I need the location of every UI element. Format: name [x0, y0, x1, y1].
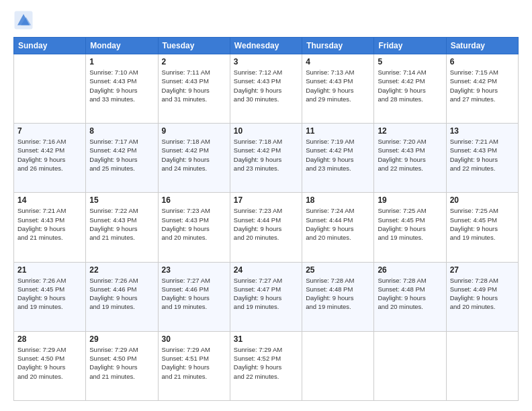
day-number: 25	[306, 265, 370, 275]
calendar-cell: 9Sunrise: 7:18 AM Sunset: 4:42 PM Daylig…	[158, 124, 230, 193]
calendar-cell: 27Sunrise: 7:28 AM Sunset: 4:49 PM Dayli…	[446, 262, 518, 331]
day-number: 3	[234, 57, 298, 66]
calendar-week-2: 14Sunrise: 7:21 AM Sunset: 4:43 PM Dayli…	[14, 193, 519, 262]
calendar-cell: 15Sunrise: 7:22 AM Sunset: 4:43 PM Dayli…	[86, 193, 158, 262]
calendar-cell: 21Sunrise: 7:26 AM Sunset: 4:45 PM Dayli…	[14, 262, 86, 331]
day-number: 11	[306, 126, 370, 136]
calendar-cell	[14, 54, 86, 124]
calendar-weekday-thursday: Thursday	[302, 38, 374, 54]
day-number: 13	[450, 126, 515, 136]
day-number: 1	[89, 57, 154, 66]
calendar-cell: 8Sunrise: 7:17 AM Sunset: 4:42 PM Daylig…	[86, 124, 158, 193]
day-info: Sunrise: 7:21 AM Sunset: 4:43 PM Dayligh…	[17, 206, 82, 242]
day-number: 2	[162, 57, 226, 66]
day-number: 8	[89, 126, 154, 136]
day-number: 31	[234, 334, 298, 344]
day-number: 4	[306, 57, 370, 66]
day-info: Sunrise: 7:25 AM Sunset: 4:45 PM Dayligh…	[378, 206, 442, 242]
calendar-cell: 7Sunrise: 7:16 AM Sunset: 4:42 PM Daylig…	[14, 124, 86, 193]
calendar-cell	[374, 331, 446, 400]
day-number: 27	[450, 265, 515, 275]
calendar: SundayMondayTuesdayWednesdayThursdayFrid…	[13, 37, 519, 401]
calendar-weekday-monday: Monday	[86, 38, 158, 54]
calendar-header-row: SundayMondayTuesdayWednesdayThursdayFrid…	[14, 38, 519, 54]
calendar-cell: 10Sunrise: 7:18 AM Sunset: 4:42 PM Dayli…	[230, 124, 302, 193]
calendar-weekday-saturday: Saturday	[446, 38, 518, 54]
calendar-cell	[446, 331, 518, 400]
calendar-cell: 16Sunrise: 7:23 AM Sunset: 4:43 PM Dayli…	[158, 193, 230, 262]
day-number: 26	[378, 265, 442, 275]
day-number: 5	[378, 57, 442, 66]
calendar-weekday-friday: Friday	[374, 38, 446, 54]
logo-icon	[13, 10, 34, 30]
day-number: 22	[89, 265, 154, 275]
day-number: 18	[306, 195, 370, 205]
day-info: Sunrise: 7:12 AM Sunset: 4:43 PM Dayligh…	[234, 68, 298, 103]
day-number: 21	[17, 265, 82, 275]
day-info: Sunrise: 7:25 AM Sunset: 4:45 PM Dayligh…	[450, 206, 515, 242]
calendar-cell: 14Sunrise: 7:21 AM Sunset: 4:43 PM Dayli…	[14, 193, 86, 262]
calendar-cell: 31Sunrise: 7:29 AM Sunset: 4:52 PM Dayli…	[230, 331, 302, 400]
calendar-week-3: 21Sunrise: 7:26 AM Sunset: 4:45 PM Dayli…	[14, 262, 519, 331]
calendar-week-1: 7Sunrise: 7:16 AM Sunset: 4:42 PM Daylig…	[14, 124, 519, 193]
calendar-cell: 26Sunrise: 7:28 AM Sunset: 4:48 PM Dayli…	[374, 262, 446, 331]
day-number: 24	[234, 265, 298, 275]
day-number: 15	[89, 195, 154, 205]
day-info: Sunrise: 7:10 AM Sunset: 4:43 PM Dayligh…	[89, 68, 154, 103]
calendar-cell	[302, 331, 374, 400]
calendar-cell: 30Sunrise: 7:29 AM Sunset: 4:51 PM Dayli…	[158, 331, 230, 400]
day-info: Sunrise: 7:28 AM Sunset: 4:48 PM Dayligh…	[378, 276, 442, 312]
day-number: 29	[89, 334, 154, 344]
calendar-cell: 12Sunrise: 7:20 AM Sunset: 4:43 PM Dayli…	[374, 124, 446, 193]
calendar-cell: 5Sunrise: 7:14 AM Sunset: 4:42 PM Daylig…	[374, 54, 446, 124]
calendar-week-0: 1Sunrise: 7:10 AM Sunset: 4:43 PM Daylig…	[14, 54, 519, 124]
day-info: Sunrise: 7:29 AM Sunset: 4:52 PM Dayligh…	[234, 345, 298, 381]
calendar-cell: 4Sunrise: 7:13 AM Sunset: 4:43 PM Daylig…	[302, 54, 374, 124]
calendar-cell: 11Sunrise: 7:19 AM Sunset: 4:42 PM Dayli…	[302, 124, 374, 193]
day-info: Sunrise: 7:21 AM Sunset: 4:43 PM Dayligh…	[450, 137, 515, 173]
day-info: Sunrise: 7:28 AM Sunset: 4:49 PM Dayligh…	[450, 276, 515, 312]
day-info: Sunrise: 7:29 AM Sunset: 4:51 PM Dayligh…	[162, 345, 226, 381]
day-info: Sunrise: 7:27 AM Sunset: 4:46 PM Dayligh…	[162, 276, 226, 312]
day-info: Sunrise: 7:26 AM Sunset: 4:45 PM Dayligh…	[17, 276, 82, 312]
day-number: 10	[234, 126, 298, 136]
day-number: 14	[17, 195, 82, 205]
day-info: Sunrise: 7:16 AM Sunset: 4:42 PM Dayligh…	[17, 137, 82, 173]
calendar-cell: 18Sunrise: 7:24 AM Sunset: 4:44 PM Dayli…	[302, 193, 374, 262]
calendar-cell: 29Sunrise: 7:29 AM Sunset: 4:50 PM Dayli…	[86, 331, 158, 400]
day-number: 16	[162, 195, 226, 205]
day-info: Sunrise: 7:20 AM Sunset: 4:43 PM Dayligh…	[378, 137, 442, 173]
calendar-cell: 20Sunrise: 7:25 AM Sunset: 4:45 PM Dayli…	[446, 193, 518, 262]
calendar-cell: 1Sunrise: 7:10 AM Sunset: 4:43 PM Daylig…	[86, 54, 158, 124]
header	[13, 10, 519, 30]
day-info: Sunrise: 7:18 AM Sunset: 4:42 PM Dayligh…	[234, 137, 298, 173]
day-info: Sunrise: 7:15 AM Sunset: 4:42 PM Dayligh…	[450, 68, 515, 103]
calendar-cell: 6Sunrise: 7:15 AM Sunset: 4:42 PM Daylig…	[446, 54, 518, 124]
calendar-week-4: 28Sunrise: 7:29 AM Sunset: 4:50 PM Dayli…	[14, 331, 519, 400]
day-number: 6	[450, 57, 515, 66]
day-info: Sunrise: 7:28 AM Sunset: 4:48 PM Dayligh…	[306, 276, 370, 312]
day-info: Sunrise: 7:13 AM Sunset: 4:43 PM Dayligh…	[306, 68, 370, 103]
calendar-cell: 19Sunrise: 7:25 AM Sunset: 4:45 PM Dayli…	[374, 193, 446, 262]
day-info: Sunrise: 7:24 AM Sunset: 4:44 PM Dayligh…	[306, 206, 370, 242]
day-info: Sunrise: 7:29 AM Sunset: 4:50 PM Dayligh…	[89, 345, 154, 381]
page: SundayMondayTuesdayWednesdayThursdayFrid…	[0, 0, 532, 411]
day-number: 7	[17, 126, 82, 136]
calendar-weekday-wednesday: Wednesday	[230, 38, 302, 54]
day-info: Sunrise: 7:14 AM Sunset: 4:42 PM Dayligh…	[378, 68, 442, 103]
day-number: 28	[17, 334, 82, 344]
day-number: 19	[378, 195, 442, 205]
calendar-cell: 13Sunrise: 7:21 AM Sunset: 4:43 PM Dayli…	[446, 124, 518, 193]
day-info: Sunrise: 7:19 AM Sunset: 4:42 PM Dayligh…	[306, 137, 370, 173]
day-number: 9	[162, 126, 226, 136]
calendar-cell: 28Sunrise: 7:29 AM Sunset: 4:50 PM Dayli…	[14, 331, 86, 400]
calendar-cell: 24Sunrise: 7:27 AM Sunset: 4:47 PM Dayli…	[230, 262, 302, 331]
day-info: Sunrise: 7:18 AM Sunset: 4:42 PM Dayligh…	[162, 137, 226, 173]
calendar-cell: 25Sunrise: 7:28 AM Sunset: 4:48 PM Dayli…	[302, 262, 374, 331]
calendar-cell: 23Sunrise: 7:27 AM Sunset: 4:46 PM Dayli…	[158, 262, 230, 331]
calendar-cell: 2Sunrise: 7:11 AM Sunset: 4:43 PM Daylig…	[158, 54, 230, 124]
calendar-weekday-sunday: Sunday	[14, 38, 86, 54]
day-info: Sunrise: 7:26 AM Sunset: 4:46 PM Dayligh…	[89, 276, 154, 312]
day-number: 20	[450, 195, 515, 205]
logo	[13, 10, 36, 30]
